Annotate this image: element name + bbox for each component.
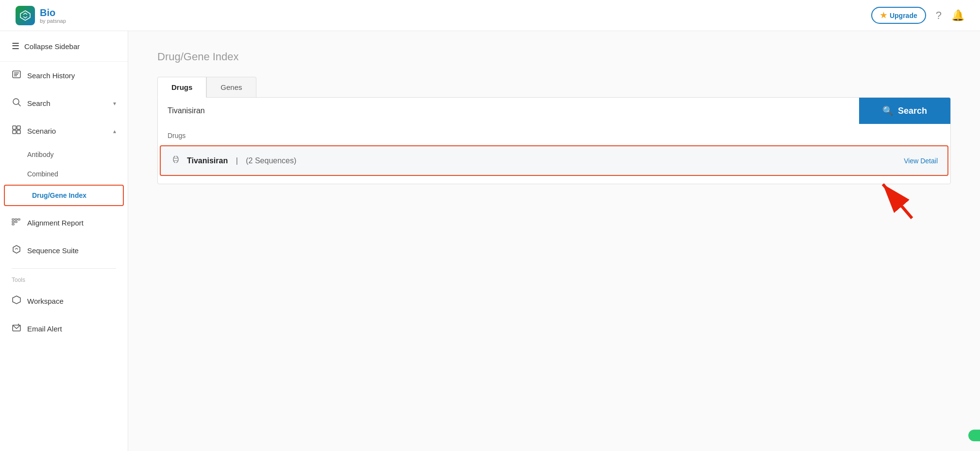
email-alert-icon [12, 323, 21, 335]
svg-rect-10 [15, 219, 17, 220]
header-right: ★ Upgrade ? 🔔 [871, 7, 964, 24]
sidebar-item-search[interactable]: Search ▾ [0, 89, 128, 117]
drug-icon [170, 154, 181, 167]
search-label: Search [27, 99, 51, 107]
sidebar-sub-combined[interactable]: Combined [0, 164, 128, 184]
tabs-container: Drugs Genes [157, 77, 951, 97]
upgrade-button[interactable]: ★ Upgrade [871, 7, 926, 24]
workspace-icon [12, 295, 21, 307]
search-icon [12, 97, 21, 109]
tab-drugs[interactable]: Drugs [157, 77, 206, 98]
sidebar-item-sequence-suite[interactable]: Sequence Suite [0, 237, 128, 264]
search-row: 🔍 Search [158, 98, 950, 124]
collapse-sidebar-button[interactable]: ☰ Collapse Sidebar [0, 31, 128, 62]
logo: Bio by patsnap [16, 6, 66, 25]
drug-gene-index-label: Drug/Gene Index [32, 191, 86, 199]
results-label: Drugs [158, 132, 950, 145]
email-alert-label: Email Alert [27, 325, 62, 333]
sidebar-item-alignment-report[interactable]: Alignment Report [0, 209, 128, 237]
svg-marker-0 [20, 11, 30, 20]
status-indicator [968, 430, 980, 441]
search-button-label: Search [898, 106, 927, 116]
sidebar-item-email-alert[interactable]: Email Alert [0, 315, 128, 343]
sidebar-divider [12, 268, 116, 269]
sidebar-sub-drug-gene-index[interactable]: Drug/Gene Index [4, 185, 124, 206]
results-area: Drugs Tivanisiran [158, 124, 950, 184]
sidebar-sub-antibody[interactable]: Antibody [0, 145, 128, 164]
tab-drugs-label: Drugs [171, 83, 192, 91]
antibody-label: Antibody [27, 151, 53, 158]
logo-icon [16, 6, 35, 25]
result-item-tivanisiran[interactable]: Tivanisiran | (2 Sequences) View Detail [160, 145, 948, 176]
star-icon: ★ [880, 11, 887, 20]
tab-genes-label: Genes [220, 83, 242, 91]
alignment-report-label: Alignment Report [27, 219, 84, 227]
workspace-label: Workspace [27, 297, 64, 305]
collapse-icon: ☰ [12, 41, 19, 52]
sequence-suite-label: Sequence Suite [27, 246, 79, 255]
svg-rect-8 [12, 221, 14, 223]
bell-icon[interactable]: 🔔 [951, 9, 964, 22]
svg-rect-11 [15, 221, 17, 223]
content-inner: Drug/Gene Index Drugs Genes 🔍 Search [157, 51, 951, 184]
logo-patsnap-text: by patsnap [40, 18, 66, 24]
sidebar: ☰ Collapse Sidebar Search History Search… [0, 31, 128, 451]
result-item-left: Tivanisiran | (2 Sequences) [170, 154, 296, 167]
search-button[interactable]: 🔍 Search [859, 98, 950, 124]
content-area: Drug/Gene Index Drugs Genes 🔍 Search [128, 31, 980, 451]
svg-marker-13 [13, 296, 20, 304]
search-button-icon: 🔍 [882, 105, 893, 116]
collapse-sidebar-label: Collapse Sidebar [24, 42, 80, 51]
search-box-container: 🔍 Search Drugs [157, 97, 951, 184]
logo-text: Bio by patsnap [40, 7, 66, 24]
svg-rect-7 [12, 219, 14, 220]
view-detail-link[interactable]: View Detail [904, 157, 938, 165]
alignment-report-icon [12, 217, 21, 229]
main-layout: ☰ Collapse Sidebar Search History Search… [0, 31, 980, 451]
svg-rect-3 [13, 126, 16, 129]
scenario-icon [12, 125, 21, 137]
svg-rect-12 [18, 219, 20, 220]
svg-point-2 [13, 99, 19, 104]
scenario-chevron-icon: ▴ [113, 128, 116, 135]
result-drug-name: Tivanisiran [187, 156, 228, 165]
sidebar-item-scenario[interactable]: Scenario ▴ [0, 117, 128, 145]
sidebar-item-search-history[interactable]: Search History [0, 62, 128, 89]
help-icon[interactable]: ? [936, 9, 942, 22]
search-chevron-icon: ▾ [113, 100, 116, 107]
search-history-icon [12, 69, 21, 82]
sidebar-item-workspace[interactable]: Workspace [0, 287, 128, 315]
result-sequences: (2 Sequences) [246, 156, 296, 165]
drug-gene-search-input[interactable] [158, 98, 859, 124]
scenario-label: Scenario [27, 127, 56, 135]
search-history-label: Search History [27, 71, 75, 80]
header: Bio by patsnap ★ Upgrade ? 🔔 [0, 0, 980, 31]
svg-rect-5 [13, 130, 16, 134]
page-title: Drug/Gene Index [157, 51, 951, 63]
upgrade-label: Upgrade [890, 12, 917, 19]
sequence-suite-icon [12, 244, 21, 257]
svg-rect-4 [17, 126, 20, 129]
logo-bio-text: Bio [40, 7, 66, 18]
tab-genes[interactable]: Genes [206, 77, 256, 97]
result-separator: | [234, 156, 240, 165]
svg-rect-9 [12, 224, 14, 225]
combined-label: Combined [27, 170, 58, 178]
svg-rect-6 [17, 130, 20, 134]
tools-label: Tools [0, 273, 128, 287]
